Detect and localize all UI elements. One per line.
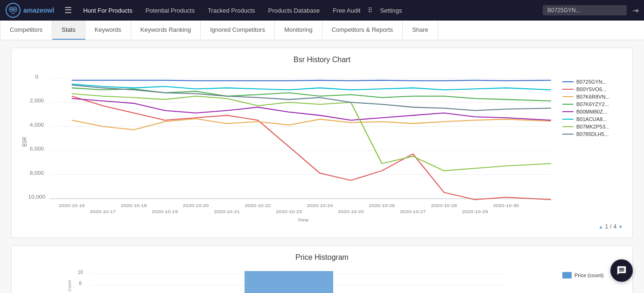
histogram-bar <box>245 271 333 293</box>
chat-icon <box>616 265 627 276</box>
svg-text:Count: Count <box>67 280 72 292</box>
svg-text:2020-10-30: 2020-10-30 <box>493 203 519 207</box>
svg-text:Time: Time <box>297 217 308 222</box>
legend-item-2: B07K6R8VN... <box>562 94 623 100</box>
tab-bar: Competitors Stats Keywords Keywords Rank… <box>0 21 644 40</box>
pagination-separator: / <box>610 223 611 230</box>
svg-text:2020-10-17: 2020-10-17 <box>90 209 116 214</box>
svg-text:8,000: 8,000 <box>30 170 44 175</box>
legend-color-2 <box>562 96 574 97</box>
svg-text:2020-10-27: 2020-10-27 <box>400 209 426 214</box>
svg-text:10,000: 10,000 <box>28 194 45 200</box>
legend-label-2: B07K6R8VN... <box>576 94 610 100</box>
pagination-current: 1 <box>605 223 608 230</box>
bsr-svg: 0 2,000 4,000 6,000 8,000 10,000 BSR <box>21 70 557 229</box>
logo-area: amazeowl <box>6 3 54 18</box>
svg-text:2020-10-25: 2020-10-25 <box>338 209 364 214</box>
legend-item-0: B0725GYN... <box>562 79 623 85</box>
legend-color-3 <box>562 104 574 105</box>
svg-point-4 <box>14 8 16 10</box>
legend-color-6 <box>562 126 574 127</box>
histogram-legend-label-0: Price (count) <box>574 272 603 278</box>
exit-icon[interactable]: ⇥ <box>632 6 638 15</box>
histogram-chart-area: 10 8 Count Price (count) <box>21 267 623 293</box>
svg-text:10: 10 <box>77 270 83 275</box>
tab-keywords-ranking[interactable]: Keywords Ranking <box>131 21 201 40</box>
svg-text:2020-10-18: 2020-10-18 <box>121 203 147 207</box>
bsr-legend: B0725GYN... B00Y5VO6... B07K6R8VN... B07… <box>562 70 623 137</box>
svg-text:2020-10-24: 2020-10-24 <box>307 203 333 207</box>
svg-point-3 <box>10 8 12 10</box>
product-search-input[interactable] <box>543 5 627 15</box>
tab-monitoring[interactable]: Monitoring <box>275 21 322 40</box>
legend-label-5: B01ACUA8... <box>576 116 607 122</box>
legend-label-3: B07K6YZY2... <box>576 101 609 107</box>
histogram-svg: 10 8 Count <box>21 267 557 293</box>
svg-text:2020-10-29: 2020-10-29 <box>462 209 488 214</box>
legend-color-5 <box>562 119 574 120</box>
nav-free-audit[interactable]: Free Audit <box>327 4 366 17</box>
svg-text:6,000: 6,000 <box>30 146 44 151</box>
legend-item-3: B07K6YZY2... <box>562 101 623 107</box>
legend-color-0 <box>562 81 574 82</box>
svg-text:4,000: 4,000 <box>30 122 44 127</box>
histogram-legend-color-0 <box>562 272 572 279</box>
svg-text:2020-10-22: 2020-10-22 <box>245 203 271 207</box>
top-navigation: amazeowl ☰ Hunt For Products Potential P… <box>0 0 644 21</box>
legend-label-4: B00MM80Z... <box>576 109 607 114</box>
pagination-total: 4 <box>613 223 616 230</box>
price-histogram-section: Price Histogram 10 8 Count <box>11 245 633 293</box>
legend-color-4 <box>562 111 574 112</box>
tab-stats[interactable]: Stats <box>52 21 85 40</box>
svg-text:2020-10-23: 2020-10-23 <box>276 209 302 214</box>
page-content: Bsr History Chart 0 2,000 4,000 6,000 8,… <box>0 40 644 293</box>
svg-text:8: 8 <box>79 281 82 286</box>
histogram-svg-wrap: 10 8 Count <box>21 267 557 293</box>
bsr-chart-container: 0 2,000 4,000 6,000 8,000 10,000 BSR <box>21 70 623 230</box>
chat-bubble-button[interactable] <box>610 259 633 282</box>
nav-audit-icon: ⠿ <box>368 7 372 14</box>
svg-text:2,000: 2,000 <box>30 98 44 103</box>
bsr-chart-section: Bsr History Chart 0 2,000 4,000 6,000 8,… <box>11 48 633 238</box>
logo-text: amazeowl <box>23 7 54 14</box>
legend-label-0: B0725GYN... <box>576 79 607 85</box>
legend-item-7: B0785DLH5... <box>562 131 623 137</box>
svg-text:2020-10-21: 2020-10-21 <box>214 209 240 214</box>
svg-text:2020-10-16: 2020-10-16 <box>59 203 85 207</box>
bsr-chart-title: Bsr History Chart <box>21 56 623 64</box>
tab-share[interactable]: Share <box>403 21 438 40</box>
svg-text:BSR: BSR <box>21 137 28 147</box>
svg-text:2020-10-28: 2020-10-28 <box>431 203 457 207</box>
legend-label-7: B0785DLH5... <box>576 131 609 137</box>
bsr-legend-panel: B0725GYN... B00Y5VO6... B07K6R8VN... B07… <box>562 70 623 230</box>
tab-keywords[interactable]: Keywords <box>85 21 131 40</box>
nav-tracked-products[interactable]: Tracked Products <box>202 4 260 17</box>
svg-text:2020-10-19: 2020-10-19 <box>152 209 178 214</box>
hamburger-button[interactable]: ☰ <box>61 3 76 17</box>
svg-text:2020-10-26: 2020-10-26 <box>369 203 395 207</box>
tab-competitors-reports[interactable]: Competitors & Reports <box>322 21 403 40</box>
pagination-next-arrow[interactable]: ▼ <box>618 224 623 229</box>
chart-pagination: ▲ 1 / 4 ▼ <box>562 223 623 230</box>
svg-text:2020-10-20: 2020-10-20 <box>183 203 209 207</box>
legend-item-5: B01ACUA8... <box>562 116 623 122</box>
legend-label-6: B07MK2P53... <box>576 124 609 129</box>
svg-text:0: 0 <box>35 74 38 79</box>
nav-settings[interactable]: Settings <box>374 4 407 17</box>
price-histogram-title: Price Histogram <box>21 253 623 262</box>
legend-label-1: B00Y5VO6... <box>576 86 606 92</box>
bsr-chart-area: 0 2,000 4,000 6,000 8,000 10,000 BSR <box>21 70 557 230</box>
legend-color-1 <box>562 89 574 90</box>
nav-products-database[interactable]: Products Database <box>263 4 326 17</box>
tab-competitors[interactable]: Competitors <box>0 21 52 40</box>
nav-hunt-for-products[interactable]: Hunt For Products <box>77 4 138 17</box>
legend-item-4: B00MM80Z... <box>562 109 623 114</box>
legend-item-1: B00Y5VO6... <box>562 86 623 92</box>
pagination-prev-arrow[interactable]: ▲ <box>598 224 603 229</box>
tab-ignored-competitors[interactable]: Ignored Competitors <box>201 21 275 40</box>
nav-right-actions: ⇥ <box>632 6 638 15</box>
legend-color-7 <box>562 134 574 135</box>
logo-icon <box>6 3 21 18</box>
legend-item-6: B07MK2P53... <box>562 124 623 129</box>
nav-potential-products[interactable]: Potential Products <box>140 4 201 17</box>
